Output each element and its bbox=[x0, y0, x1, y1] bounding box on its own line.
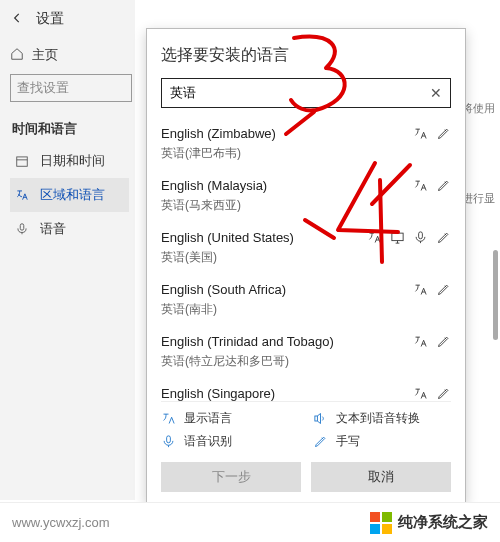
features-legend: 显示语言 文本到语音转换 语音识别 手写 bbox=[161, 401, 451, 456]
language-item[interactable]: English (South Africa)英语(南非) bbox=[161, 274, 451, 326]
language-name-zh: 英语(津巴布韦) bbox=[161, 145, 451, 162]
language-name-zh: 英语(南非) bbox=[161, 301, 451, 318]
svg-rect-2 bbox=[392, 233, 403, 241]
hw-icon bbox=[436, 178, 451, 193]
language-feature-icons bbox=[413, 178, 451, 193]
language-name-zh: 英语(美国) bbox=[161, 249, 451, 266]
language-name-zh: 英语(特立尼达和多巴哥) bbox=[161, 353, 451, 370]
language-feature-icons bbox=[413, 126, 451, 141]
aa-icon bbox=[367, 230, 382, 245]
sidebar-item-label: 日期和时间 bbox=[40, 152, 105, 170]
display-icon bbox=[161, 411, 176, 426]
section-title: 时间和语言 bbox=[12, 120, 129, 138]
legend-tts: 文本到语音转换 bbox=[313, 410, 451, 427]
language-item[interactable]: English (Malaysia)英语(马来西亚) bbox=[161, 170, 451, 222]
footer-url: www.ycwxzj.com bbox=[12, 515, 110, 530]
legend-display: 显示语言 bbox=[161, 410, 299, 427]
back-arrow-icon[interactable] bbox=[10, 11, 24, 28]
clear-search-icon[interactable]: ✕ bbox=[430, 85, 442, 101]
sidebar-item-region-language[interactable]: 区域和语言 bbox=[10, 178, 129, 212]
microphone-icon bbox=[14, 222, 30, 236]
language-name-en: English (Zimbabwe) bbox=[161, 126, 413, 141]
svg-rect-4 bbox=[315, 416, 318, 421]
aa-icon bbox=[413, 178, 428, 193]
legend-speech: 语音识别 bbox=[161, 433, 299, 450]
language-name-en: English (United States) bbox=[161, 230, 367, 245]
calendar-icon bbox=[14, 154, 30, 168]
add-language-dialog: 选择要安装的语言 ✕ English (Zimbabwe)英语(津巴布韦)Eng… bbox=[146, 28, 466, 503]
svg-rect-5 bbox=[167, 436, 171, 443]
language-feature-icons bbox=[413, 334, 451, 349]
aa-icon bbox=[413, 386, 428, 401]
language-search-box[interactable]: ✕ bbox=[161, 78, 451, 108]
language-item[interactable]: English (Singapore)英语(新加坡) bbox=[161, 378, 451, 401]
logo-icon bbox=[370, 512, 392, 534]
hw-icon bbox=[436, 282, 451, 297]
home-icon bbox=[10, 47, 24, 64]
language-icon bbox=[14, 188, 30, 202]
hw-icon bbox=[436, 126, 451, 141]
home-row[interactable]: 主页 bbox=[10, 46, 129, 64]
svg-rect-3 bbox=[419, 232, 423, 239]
aa-icon bbox=[413, 126, 428, 141]
dialog-scrollbar[interactable] bbox=[493, 250, 498, 340]
language-item[interactable]: English (Zimbabwe)英语(津巴布韦) bbox=[161, 118, 451, 170]
search-placeholder: 查找设置 bbox=[17, 79, 69, 97]
next-button[interactable]: 下一步 bbox=[161, 462, 301, 492]
hw-icon bbox=[436, 334, 451, 349]
language-item[interactable]: English (Trinidad and Tobago)英语(特立尼达和多巴哥… bbox=[161, 326, 451, 378]
handwriting-icon bbox=[313, 434, 328, 449]
language-search-input[interactable] bbox=[170, 86, 430, 101]
aa-icon bbox=[413, 282, 428, 297]
sidebar-item-label: 区域和语言 bbox=[40, 186, 105, 204]
language-name-en: English (Singapore) bbox=[161, 386, 413, 401]
sidebar-item-label: 语音 bbox=[40, 220, 66, 238]
language-feature-icons bbox=[413, 386, 451, 401]
aa-icon bbox=[413, 334, 428, 349]
cancel-button[interactable]: 取消 bbox=[311, 462, 451, 492]
mic-icon bbox=[413, 230, 428, 245]
footer-brand-text: 纯净系统之家 bbox=[398, 513, 488, 532]
svg-rect-0 bbox=[17, 157, 28, 166]
language-name-zh: 英语(马来西亚) bbox=[161, 197, 451, 214]
language-name-en: English (Malaysia) bbox=[161, 178, 413, 193]
settings-search-input[interactable]: 查找设置 bbox=[10, 74, 132, 102]
svg-rect-1 bbox=[20, 224, 24, 230]
watermark-footer: www.ycwxzj.com 纯净系统之家 bbox=[0, 502, 500, 542]
legend-handwriting: 手写 bbox=[313, 433, 451, 450]
hw-icon bbox=[436, 230, 451, 245]
language-item[interactable]: English (United States)英语(美国) bbox=[161, 222, 451, 274]
dialog-title: 选择要安装的语言 bbox=[161, 45, 451, 66]
sidebar-item-speech[interactable]: 语音 bbox=[10, 212, 129, 246]
tts-icon bbox=[313, 411, 328, 426]
language-feature-icons bbox=[367, 230, 451, 245]
settings-header: 设置 bbox=[10, 10, 129, 28]
language-name-en: English (Trinidad and Tobago) bbox=[161, 334, 413, 349]
dialog-buttons: 下一步 取消 bbox=[161, 462, 451, 492]
footer-brand: 纯净系统之家 bbox=[370, 512, 488, 534]
home-label: 主页 bbox=[32, 46, 58, 64]
settings-left-panel: 设置 主页 查找设置 时间和语言 日期和时间 区域和语言 语音 bbox=[0, 0, 135, 500]
speech-icon bbox=[161, 434, 176, 449]
hw-icon bbox=[436, 386, 451, 401]
app-title: 设置 bbox=[36, 10, 64, 28]
language-list: English (Zimbabwe)英语(津巴布韦)English (Malay… bbox=[161, 118, 451, 401]
sidebar-item-datetime[interactable]: 日期和时间 bbox=[10, 144, 129, 178]
language-feature-icons bbox=[413, 282, 451, 297]
language-name-en: English (South Africa) bbox=[161, 282, 413, 297]
disp-icon bbox=[390, 230, 405, 245]
